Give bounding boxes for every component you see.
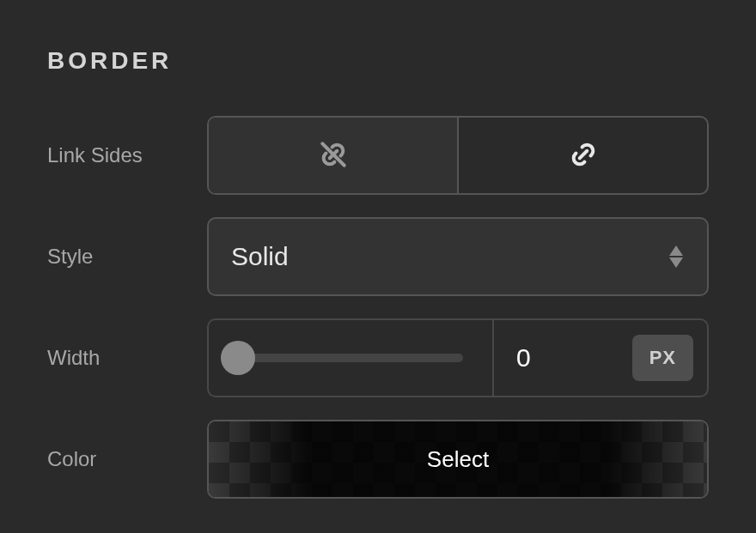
slider-track [238, 354, 463, 362]
row-link-sides: Link Sides [47, 116, 709, 195]
toggle-group-link-sides [207, 116, 709, 195]
toggle-link-button[interactable] [459, 118, 707, 193]
label-color: Color [47, 447, 207, 471]
select-chevrons-icon [668, 245, 685, 268]
width-slider[interactable] [209, 320, 494, 396]
row-color: Color Select [47, 420, 709, 499]
width-control-group: 0 PX [207, 318, 709, 397]
width-value-area: 0 PX [494, 320, 707, 396]
style-select-value: Solid [231, 242, 289, 271]
slider-thumb[interactable] [221, 341, 255, 375]
svg-marker-1 [669, 257, 683, 268]
row-style: Style Solid [47, 217, 709, 296]
color-select-button[interactable]: Select [207, 420, 709, 499]
section-title-border: BORDER [47, 47, 709, 75]
label-width: Width [47, 346, 207, 370]
link-icon [569, 140, 598, 172]
width-value-input[interactable]: 0 [516, 343, 531, 372]
label-style: Style [47, 245, 207, 269]
link-broken-icon [319, 140, 348, 172]
label-link-sides: Link Sides [47, 143, 207, 167]
width-unit-button[interactable]: PX [632, 335, 693, 381]
row-width: Width 0 PX [47, 318, 709, 397]
color-select-label: Select [427, 446, 489, 473]
svg-marker-0 [669, 245, 683, 256]
toggle-unlink-button[interactable] [209, 118, 459, 193]
style-select[interactable]: Solid [207, 217, 709, 296]
